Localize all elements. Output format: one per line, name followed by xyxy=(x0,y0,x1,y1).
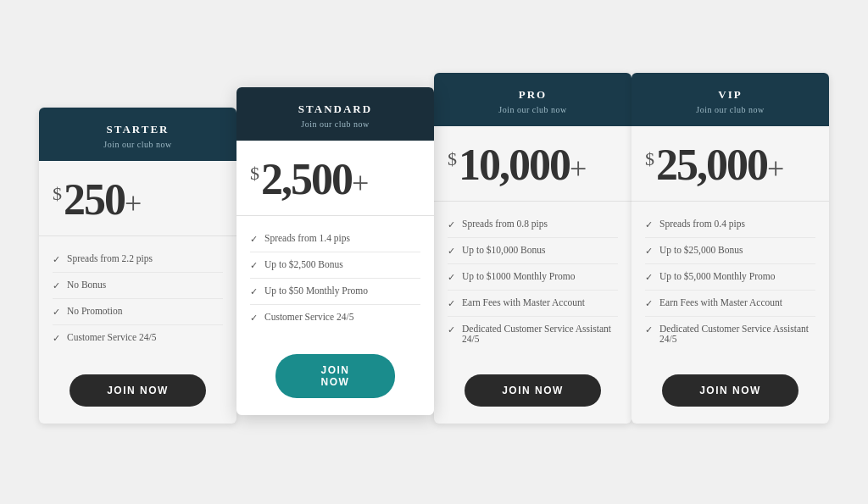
list-item: ✓Up to $25,000 Bonus xyxy=(645,238,815,264)
list-item: ✓Spreads from 1.4 pips xyxy=(250,226,420,252)
currency-vip: $ xyxy=(645,150,654,169)
plan-price-section-starter: $250+ xyxy=(39,161,236,236)
check-icon: ✓ xyxy=(645,324,653,335)
plan-header-pro: PROJoin our club now xyxy=(434,73,632,126)
features-list-pro: ✓Spreads from 0.8 pips✓Up to $10,000 Bon… xyxy=(434,202,632,361)
list-item: ✓Spreads from 2.2 pips xyxy=(53,246,223,273)
plan-price-section-vip: $25,000+ xyxy=(632,126,829,202)
price-plus-pro: + xyxy=(570,153,587,184)
feature-text-vip-4: Dedicated Customer Service Assistant 24/… xyxy=(659,324,815,344)
join-button-pro[interactable]: JOIN NOW xyxy=(465,374,601,407)
join-button-vip[interactable]: JOIN NOW xyxy=(662,374,798,407)
feature-text-starter-3: Customer Service 24/5 xyxy=(67,332,156,342)
list-item: ✓Spreads from 0.4 pips xyxy=(645,212,815,238)
pricing-container: STARTERJoin our club now$250+✓Spreads fr… xyxy=(0,47,868,457)
check-icon: ✓ xyxy=(53,307,60,318)
price-amount-standard: 2,500 xyxy=(261,158,352,202)
plan-name-starter: STARTER xyxy=(47,123,228,136)
list-item: ✓Spreads from 0.8 pips xyxy=(448,212,618,238)
feature-text-standard-0: Spreads from 1.4 pips xyxy=(264,233,350,243)
features-list-vip: ✓Spreads from 0.4 pips✓Up to $25,000 Bon… xyxy=(632,202,829,361)
feature-text-standard-1: Up to $2,500 Bonus xyxy=(264,259,343,269)
list-item: ✓Up to $1000 Monthly Promo xyxy=(448,264,618,291)
price-plus-standard: + xyxy=(352,168,369,198)
plan-price-section-standard: $2,500+ xyxy=(236,141,434,216)
feature-text-pro-4: Dedicated Customer Service Assistant 24/… xyxy=(462,324,618,344)
feature-text-pro-0: Spreads from 0.8 pips xyxy=(462,219,548,229)
check-icon: ✓ xyxy=(53,333,60,344)
plan-header-starter: STARTERJoin our club now xyxy=(39,108,236,161)
plan-subtitle-pro: Join our club now xyxy=(442,105,623,114)
check-icon: ✓ xyxy=(53,254,60,265)
check-icon: ✓ xyxy=(645,298,653,309)
btn-section-standard: JOIN NOW xyxy=(236,341,434,415)
check-icon: ✓ xyxy=(448,219,455,230)
price-plus-starter: + xyxy=(125,188,142,219)
feature-text-vip-3: Earn Fees with Master Account xyxy=(659,297,782,307)
check-icon: ✓ xyxy=(250,260,258,271)
feature-text-pro-1: Up to $10,000 Bonus xyxy=(462,245,545,255)
check-icon: ✓ xyxy=(645,219,653,230)
price-amount-pro: 10,000 xyxy=(459,143,570,187)
plan-card-pro: PROJoin our club now$10,000+✓Spreads fro… xyxy=(434,73,632,424)
list-item: ✓No Bonus xyxy=(53,273,223,299)
check-icon: ✓ xyxy=(448,246,455,257)
feature-text-starter-0: Spreads from 2.2 pips xyxy=(67,253,153,263)
check-icon: ✓ xyxy=(645,246,653,257)
plan-subtitle-vip: Join our club now xyxy=(640,105,821,114)
plan-subtitle-starter: Join our club now xyxy=(47,140,228,149)
join-button-standard[interactable]: JOIN NOW xyxy=(275,354,395,398)
list-item: ✓Earn Fees with Master Account xyxy=(645,291,815,317)
features-list-standard: ✓Spreads from 1.4 pips✓Up to $2,500 Bonu… xyxy=(236,216,434,341)
check-icon: ✓ xyxy=(250,286,258,297)
btn-section-vip: JOIN NOW xyxy=(632,361,829,424)
list-item: ✓Up to $10,000 Bonus xyxy=(448,238,618,264)
list-item: ✓Up to $50 Monthly Promo xyxy=(250,279,420,305)
currency-standard: $ xyxy=(250,164,259,183)
price-amount-starter: 250 xyxy=(64,178,125,222)
plan-name-vip: VIP xyxy=(640,88,821,102)
check-icon: ✓ xyxy=(448,324,455,335)
plan-name-pro: PRO xyxy=(442,88,623,102)
plan-name-standard: STANDARD xyxy=(245,102,426,116)
check-icon: ✓ xyxy=(645,272,653,283)
feature-text-standard-3: Customer Service 24/5 xyxy=(264,312,353,322)
check-icon: ✓ xyxy=(250,234,258,245)
feature-text-pro-3: Earn Fees with Master Account xyxy=(462,297,585,307)
feature-text-starter-2: No Promotion xyxy=(67,306,123,316)
features-list-starter: ✓Spreads from 2.2 pips✓No Bonus✓No Promo… xyxy=(39,236,236,361)
feature-text-vip-2: Up to $5,000 Monthly Promo xyxy=(659,271,775,281)
btn-section-pro: JOIN NOW xyxy=(434,361,632,424)
feature-text-starter-1: No Bonus xyxy=(67,280,106,290)
list-item: ✓No Promotion xyxy=(53,299,223,325)
feature-text-vip-1: Up to $25,000 Bonus xyxy=(659,245,743,255)
plan-header-vip: VIPJoin our club now xyxy=(632,73,829,126)
join-button-starter[interactable]: JOIN NOW xyxy=(70,374,206,407)
price-plus-vip: + xyxy=(767,153,784,184)
feature-text-standard-2: Up to $50 Monthly Promo xyxy=(264,285,368,296)
plan-card-vip: VIPJoin our club now$25,000+✓Spreads fro… xyxy=(632,73,829,424)
plan-card-starter: STARTERJoin our club now$250+✓Spreads fr… xyxy=(39,108,236,424)
btn-section-starter: JOIN NOW xyxy=(39,361,236,424)
check-icon: ✓ xyxy=(53,280,60,291)
list-item: ✓Dedicated Customer Service Assistant 24… xyxy=(645,317,815,351)
plan-price-section-pro: $10,000+ xyxy=(434,126,632,202)
plan-subtitle-standard: Join our club now xyxy=(245,119,426,129)
list-item: ✓Dedicated Customer Service Assistant 24… xyxy=(448,317,618,351)
plan-card-standard: STANDARDJoin our club now$2,500+✓Spreads… xyxy=(236,87,434,415)
check-icon: ✓ xyxy=(448,272,455,283)
check-icon: ✓ xyxy=(250,313,258,324)
feature-text-pro-2: Up to $1000 Monthly Promo xyxy=(462,271,576,281)
list-item: ✓Customer Service 24/5 xyxy=(53,325,223,351)
currency-pro: $ xyxy=(448,150,457,169)
plan-header-standard: STANDARDJoin our club now xyxy=(236,87,434,141)
currency-starter: $ xyxy=(53,185,62,203)
list-item: ✓Up to $5,000 Monthly Promo xyxy=(645,264,815,291)
check-icon: ✓ xyxy=(448,298,455,309)
list-item: ✓Customer Service 24/5 xyxy=(250,305,420,330)
list-item: ✓Earn Fees with Master Account xyxy=(448,291,618,317)
price-amount-vip: 25,000 xyxy=(656,143,767,187)
feature-text-vip-0: Spreads from 0.4 pips xyxy=(659,219,745,229)
list-item: ✓Up to $2,500 Bonus xyxy=(250,252,420,279)
